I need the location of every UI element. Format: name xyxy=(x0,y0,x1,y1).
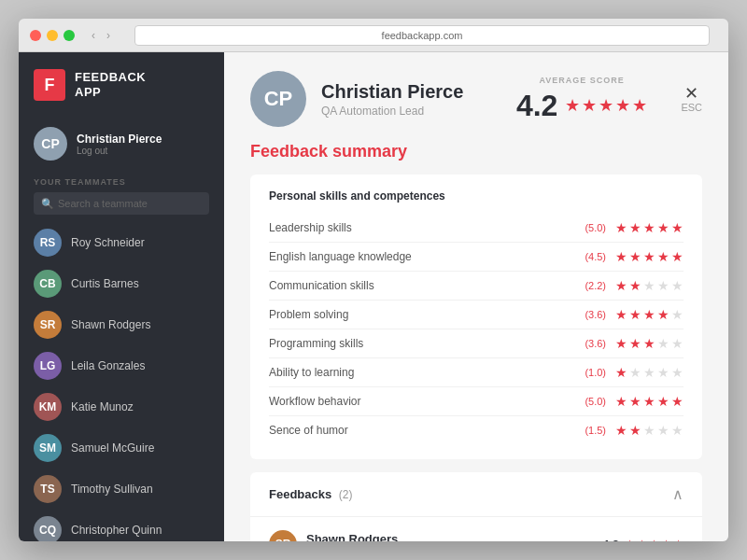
minimize-dot[interactable] xyxy=(47,30,58,41)
feedback-summary-title: Feedback summary xyxy=(250,142,702,161)
teammate-name: Curtis Barnes xyxy=(71,277,139,290)
star-half: ★ xyxy=(632,95,647,116)
star-filled: ★ xyxy=(582,95,597,116)
average-score-section: AVERAGE SCORE 4.2 ★★★★★ xyxy=(516,76,647,123)
star-empty: ★ xyxy=(657,278,669,293)
skill-row: Communication skills (2.2) ★★★★★ xyxy=(269,272,684,301)
teammate-name: Samuel McGuire xyxy=(71,441,154,455)
teammate-item[interactable]: KM Katie Munoz xyxy=(19,386,224,427)
close-dot[interactable] xyxy=(30,30,41,41)
teammates-section-title: YOUR TEAMMATES xyxy=(19,164,224,192)
skill-row: Sence of humor (1.5) ★★★★★ xyxy=(269,416,684,444)
skill-stars: ★★★★★ xyxy=(615,249,684,264)
teammate-avatar: CQ xyxy=(34,516,62,541)
skill-score: (1.5) xyxy=(572,425,606,436)
teammate-name: Leila Gonzales xyxy=(71,359,145,372)
star-empty: ★ xyxy=(671,365,684,380)
teammate-item[interactable]: CB Curtis Barnes xyxy=(19,263,224,304)
browser-body: F FEEDBACKAPP CP Christian Pierce Log ou… xyxy=(19,52,728,541)
skill-row: Problem solving (3.6) ★★★★★ xyxy=(269,301,684,329)
profile-header: CP Christian Pierce QA Automation Lead A… xyxy=(250,71,702,127)
feedback-stars: ★★★★★ xyxy=(625,538,684,541)
teammate-item[interactable]: SM Samuel McGuire xyxy=(19,427,224,469)
skill-stars: ★★★★★ xyxy=(615,220,684,235)
current-user-avatar: CP xyxy=(34,127,67,161)
feedbacks-header[interactable]: Feedbacks (2) ∧ xyxy=(250,472,702,517)
logo-area: F FEEDBACKAPP xyxy=(19,52,224,118)
teammate-item[interactable]: CQ Christopher Quinn xyxy=(19,510,224,541)
logo-icon: F xyxy=(34,69,65,101)
star-empty: ★ xyxy=(671,423,684,438)
url-text: feedbackapp.com xyxy=(382,30,463,41)
skill-stars: ★★★★★ xyxy=(615,278,684,293)
skill-name: Problem solving xyxy=(269,308,572,321)
teammate-avatar: KM xyxy=(34,393,62,421)
feedback-user-avatar: SR xyxy=(269,530,297,541)
back-button[interactable]: ‹ xyxy=(88,27,99,44)
star-empty: ★ xyxy=(671,278,684,293)
feedbacks-list: SR Shawn Rodgers Java Tech Lead 4.2 ★★★★… xyxy=(250,517,702,541)
star-filled: ★ xyxy=(629,278,641,293)
star-filled: ★ xyxy=(657,394,669,409)
skill-score: (5.0) xyxy=(572,396,606,407)
skill-stars: ★★★★★ xyxy=(615,423,684,438)
star-filled: ★ xyxy=(637,538,647,541)
star-empty: ★ xyxy=(629,365,641,380)
star-filled: ★ xyxy=(629,394,641,409)
close-icon: ✕ xyxy=(684,85,698,102)
current-user-name: Christian Pierce xyxy=(77,133,162,146)
star-filled: ★ xyxy=(643,336,655,351)
star-empty: ★ xyxy=(643,423,655,438)
search-input[interactable] xyxy=(34,192,209,215)
sidebar: F FEEDBACKAPP CP Christian Pierce Log ou… xyxy=(19,52,224,541)
star-filled: ★ xyxy=(649,538,659,541)
star-filled: ★ xyxy=(615,95,630,116)
star-empty: ★ xyxy=(657,336,669,351)
skill-score: (1.0) xyxy=(572,367,606,378)
star-filled: ★ xyxy=(661,538,671,541)
teammate-item[interactable]: LG Leila Gonzales xyxy=(19,345,224,386)
teammate-name: Christopher Quinn xyxy=(71,524,162,537)
close-label: ESC xyxy=(681,102,702,113)
star-half: ★ xyxy=(657,307,669,322)
profile-info: Christian Pierce QA Automation Lead xyxy=(321,81,501,118)
main-content: CP Christian Pierce QA Automation Lead A… xyxy=(224,52,728,541)
address-bar[interactable]: feedbackapp.com xyxy=(134,25,710,46)
skill-row: Ability to learning (1.0) ★★★★★ xyxy=(269,358,684,387)
feedback-user: SR Shawn Rodgers Java Tech Lead xyxy=(269,530,398,541)
star-filled: ★ xyxy=(599,95,613,116)
skill-name: English language knowledge xyxy=(269,250,572,263)
star-filled: ★ xyxy=(643,249,655,264)
forward-button[interactable]: › xyxy=(103,27,114,44)
star-empty: ★ xyxy=(657,423,669,438)
teammate-item[interactable]: RS Roy Schneider xyxy=(19,222,224,263)
teammate-item[interactable]: SR Shawn Rodgers xyxy=(19,304,224,345)
score-row: 4.2 ★★★★★ xyxy=(516,89,647,123)
star-filled: ★ xyxy=(565,95,580,116)
browser-nav: ‹ › xyxy=(88,27,114,44)
star-filled: ★ xyxy=(615,365,627,380)
skill-score: (2.2) xyxy=(572,280,606,291)
skills-list: Leadership skills (5.0) ★★★★★ English la… xyxy=(269,214,684,444)
teammate-avatar: SR xyxy=(34,311,62,339)
teammate-avatar: SM xyxy=(34,434,62,462)
star-filled: ★ xyxy=(629,249,641,264)
skill-row: English language knowledge (4.5) ★★★★★ xyxy=(269,243,684,272)
feedback-card: SR Shawn Rodgers Java Tech Lead 4.2 ★★★★… xyxy=(250,517,702,541)
star-filled: ★ xyxy=(625,538,635,541)
star-filled: ★ xyxy=(615,394,627,409)
logout-link[interactable]: Log out xyxy=(77,146,162,156)
close-button[interactable]: ✕ ESC xyxy=(681,85,702,113)
skill-stars: ★★★★★ xyxy=(615,365,684,380)
skill-stars: ★★★★★ xyxy=(615,336,684,351)
teammate-item[interactable]: TS Timothy Sullivan xyxy=(19,469,224,510)
current-user-area: CP Christian Pierce Log out xyxy=(19,118,224,164)
star-half: ★ xyxy=(671,249,684,264)
skill-name: Leadership skills xyxy=(269,221,572,234)
star-empty: ★ xyxy=(657,365,669,380)
star-filled: ★ xyxy=(629,336,641,351)
profile-role: QA Automation Lead xyxy=(321,105,501,118)
skill-row: Workflow behavior (5.0) ★★★★★ xyxy=(269,387,684,416)
feedbacks-title: Feedbacks (2) xyxy=(269,487,353,501)
maximize-dot[interactable] xyxy=(63,30,75,41)
